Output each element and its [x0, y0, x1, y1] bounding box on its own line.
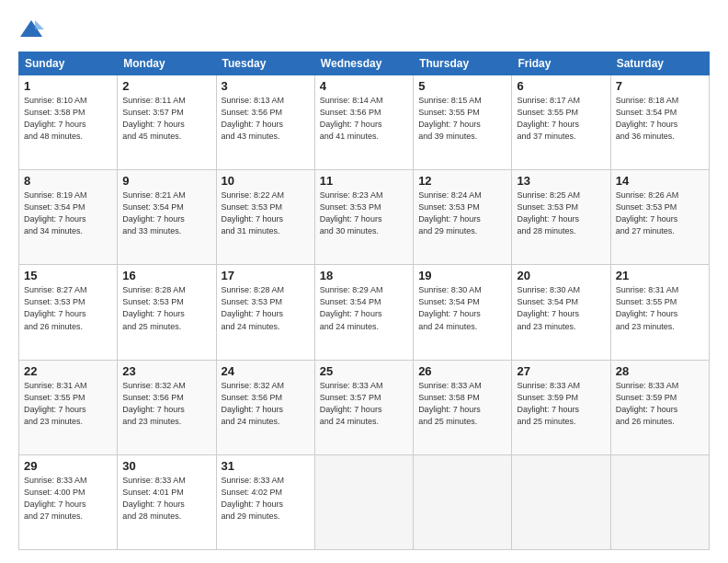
weekday-header-sunday: Sunday — [19, 52, 118, 75]
day-info: Sunrise: 8:13 AMSunset: 3:56 PMDaylight:… — [222, 95, 310, 143]
calendar-cell: 4Sunrise: 8:14 AMSunset: 3:56 PMDaylight… — [314, 75, 413, 170]
day-number: 6 — [517, 79, 605, 93]
day-info: Sunrise: 8:24 AMSunset: 3:53 PMDaylight:… — [418, 190, 506, 237]
week-row-5: 29Sunrise: 8:33 AMSunset: 4:00 PMDayligh… — [19, 454, 710, 549]
calendar-cell: 9Sunrise: 8:21 AMSunset: 3:54 PMDaylight… — [118, 170, 216, 265]
day-info: Sunrise: 8:26 AMSunset: 3:53 PMDaylight:… — [616, 190, 704, 237]
day-number: 21 — [616, 269, 704, 282]
day-number: 28 — [616, 364, 704, 378]
calendar-cell: 10Sunrise: 8:22 AMSunset: 3:53 PMDayligh… — [216, 170, 314, 265]
calendar-cell: 13Sunrise: 8:25 AMSunset: 3:53 PMDayligh… — [512, 170, 610, 265]
day-info: Sunrise: 8:31 AMSunset: 3:55 PMDaylight:… — [24, 380, 112, 428]
day-number: 8 — [24, 174, 112, 188]
day-info: Sunrise: 8:14 AMSunset: 3:56 PMDaylight:… — [320, 95, 408, 143]
day-number: 1 — [24, 79, 112, 93]
day-info: Sunrise: 8:33 AMSunset: 4:00 PMDaylight:… — [24, 475, 112, 523]
day-info: Sunrise: 8:32 AMSunset: 3:56 PMDaylight:… — [122, 380, 210, 428]
svg-marker-1 — [35, 20, 44, 29]
day-number: 22 — [24, 364, 112, 378]
day-info: Sunrise: 8:19 AMSunset: 3:54 PMDaylight:… — [24, 190, 112, 237]
calendar-cell: 14Sunrise: 8:26 AMSunset: 3:53 PMDayligh… — [610, 170, 709, 265]
day-number: 20 — [517, 269, 605, 282]
day-info: Sunrise: 8:18 AMSunset: 3:54 PMDaylight:… — [616, 95, 704, 143]
weekday-header-wednesday: Wednesday — [314, 52, 413, 75]
logo-icon — [18, 17, 44, 42]
header — [18, 17, 710, 42]
day-info: Sunrise: 8:22 AMSunset: 3:53 PMDaylight:… — [222, 190, 310, 237]
calendar-cell: 30Sunrise: 8:33 AMSunset: 4:01 PMDayligh… — [118, 454, 216, 549]
day-number: 24 — [222, 364, 310, 378]
calendar-cell: 31Sunrise: 8:33 AMSunset: 4:02 PMDayligh… — [216, 454, 314, 549]
day-info: Sunrise: 8:30 AMSunset: 3:54 PMDaylight:… — [517, 284, 605, 332]
calendar-cell: 1Sunrise: 8:10 AMSunset: 3:58 PMDaylight… — [19, 75, 118, 170]
day-number: 15 — [24, 269, 112, 282]
calendar-cell: 24Sunrise: 8:32 AMSunset: 3:56 PMDayligh… — [216, 360, 314, 454]
day-number: 29 — [24, 459, 112, 473]
day-number: 14 — [616, 174, 704, 188]
day-info: Sunrise: 8:32 AMSunset: 3:56 PMDaylight:… — [222, 380, 310, 428]
week-row-2: 8Sunrise: 8:19 AMSunset: 3:54 PMDaylight… — [19, 170, 710, 265]
logo — [18, 17, 48, 42]
calendar-cell — [314, 454, 413, 549]
calendar-cell: 7Sunrise: 8:18 AMSunset: 3:54 PMDaylight… — [610, 75, 709, 170]
day-info: Sunrise: 8:11 AMSunset: 3:57 PMDaylight:… — [122, 95, 210, 143]
day-info: Sunrise: 8:17 AMSunset: 3:55 PMDaylight:… — [517, 95, 605, 143]
day-number: 30 — [122, 459, 210, 473]
calendar-cell: 27Sunrise: 8:33 AMSunset: 3:59 PMDayligh… — [512, 360, 610, 454]
day-number: 23 — [122, 364, 210, 378]
day-info: Sunrise: 8:33 AMSunset: 4:02 PMDaylight:… — [222, 475, 310, 523]
calendar-cell: 11Sunrise: 8:23 AMSunset: 3:53 PMDayligh… — [314, 170, 413, 265]
calendar-cell: 18Sunrise: 8:29 AMSunset: 3:54 PMDayligh… — [314, 265, 413, 360]
weekday-header-friday: Friday — [512, 52, 610, 75]
day-number: 19 — [418, 269, 506, 282]
day-number: 26 — [418, 364, 506, 378]
day-info: Sunrise: 8:33 AMSunset: 3:59 PMDaylight:… — [517, 380, 605, 428]
calendar-cell — [610, 454, 709, 549]
day-number: 13 — [517, 174, 605, 188]
day-number: 12 — [418, 174, 506, 188]
weekday-header-tuesday: Tuesday — [216, 52, 314, 75]
calendar-cell: 6Sunrise: 8:17 AMSunset: 3:55 PMDaylight… — [512, 75, 610, 170]
weekday-header-thursday: Thursday — [414, 52, 512, 75]
day-info: Sunrise: 8:21 AMSunset: 3:54 PMDaylight:… — [122, 190, 210, 237]
day-number: 31 — [222, 459, 310, 473]
calendar-cell: 21Sunrise: 8:31 AMSunset: 3:55 PMDayligh… — [610, 265, 709, 360]
calendar-cell: 23Sunrise: 8:32 AMSunset: 3:56 PMDayligh… — [118, 360, 216, 454]
calendar-cell: 15Sunrise: 8:27 AMSunset: 3:53 PMDayligh… — [19, 265, 118, 360]
weekday-header-monday: Monday — [118, 52, 216, 75]
calendar-table: SundayMondayTuesdayWednesdayThursdayFrid… — [18, 52, 710, 550]
day-number: 4 — [320, 79, 408, 93]
calendar-cell: 25Sunrise: 8:33 AMSunset: 3:57 PMDayligh… — [314, 360, 413, 454]
weekday-header-saturday: Saturday — [610, 52, 709, 75]
day-info: Sunrise: 8:29 AMSunset: 3:54 PMDaylight:… — [320, 284, 408, 332]
day-number: 3 — [222, 79, 310, 93]
day-number: 25 — [320, 364, 408, 378]
day-number: 18 — [320, 269, 408, 282]
day-info: Sunrise: 8:23 AMSunset: 3:53 PMDaylight:… — [320, 190, 408, 237]
calendar-cell: 5Sunrise: 8:15 AMSunset: 3:55 PMDaylight… — [414, 75, 512, 170]
day-number: 17 — [222, 269, 310, 282]
calendar-cell: 19Sunrise: 8:30 AMSunset: 3:54 PMDayligh… — [414, 265, 512, 360]
day-info: Sunrise: 8:33 AMSunset: 3:59 PMDaylight:… — [616, 380, 704, 428]
calendar-cell: 28Sunrise: 8:33 AMSunset: 3:59 PMDayligh… — [610, 360, 709, 454]
calendar-cell — [512, 454, 610, 549]
day-info: Sunrise: 8:33 AMSunset: 4:01 PMDaylight:… — [122, 475, 210, 523]
day-info: Sunrise: 8:30 AMSunset: 3:54 PMDaylight:… — [418, 284, 506, 332]
week-row-3: 15Sunrise: 8:27 AMSunset: 3:53 PMDayligh… — [19, 265, 710, 360]
day-info: Sunrise: 8:31 AMSunset: 3:55 PMDaylight:… — [616, 284, 704, 332]
calendar-cell: 29Sunrise: 8:33 AMSunset: 4:00 PMDayligh… — [19, 454, 118, 549]
day-number: 5 — [418, 79, 506, 93]
week-row-1: 1Sunrise: 8:10 AMSunset: 3:58 PMDaylight… — [19, 75, 710, 170]
calendar-cell — [414, 454, 512, 549]
calendar-cell: 3Sunrise: 8:13 AMSunset: 3:56 PMDaylight… — [216, 75, 314, 170]
day-number: 10 — [222, 174, 310, 188]
day-info: Sunrise: 8:27 AMSunset: 3:53 PMDaylight:… — [24, 284, 112, 332]
weekday-header-row: SundayMondayTuesdayWednesdayThursdayFrid… — [19, 52, 710, 75]
day-info: Sunrise: 8:33 AMSunset: 3:58 PMDaylight:… — [418, 380, 506, 428]
day-number: 16 — [122, 269, 210, 282]
week-row-4: 22Sunrise: 8:31 AMSunset: 3:55 PMDayligh… — [19, 360, 710, 454]
calendar-cell: 16Sunrise: 8:28 AMSunset: 3:53 PMDayligh… — [118, 265, 216, 360]
day-info: Sunrise: 8:25 AMSunset: 3:53 PMDaylight:… — [517, 190, 605, 237]
calendar-cell: 20Sunrise: 8:30 AMSunset: 3:54 PMDayligh… — [512, 265, 610, 360]
day-number: 7 — [616, 79, 704, 93]
